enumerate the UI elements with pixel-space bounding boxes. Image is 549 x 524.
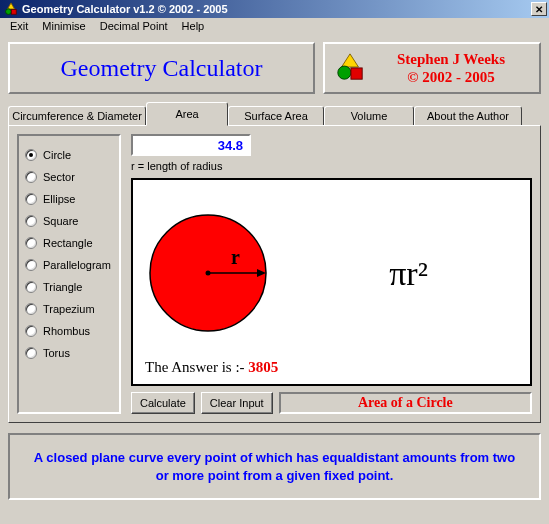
svg-marker-0 (8, 3, 15, 9)
shape-option-triangle[interactable]: Triangle (25, 276, 113, 298)
answer-row: The Answer is :- 3805 (145, 359, 518, 376)
shape-option-label: Sector (43, 171, 75, 183)
author-text: Stephen J Weeks © 2002 - 2005 (373, 50, 529, 86)
radio-icon (25, 171, 37, 183)
definition-box: A closed plane curve every point of whic… (8, 433, 541, 500)
app-title-box: Geometry Calculator (8, 42, 315, 94)
radio-icon (25, 347, 37, 359)
shape-option-label: Ellipse (43, 193, 75, 205)
close-button[interactable]: ✕ (531, 2, 547, 16)
shape-option-rectangle[interactable]: Rectangle (25, 232, 113, 254)
svg-rect-5 (351, 68, 362, 79)
shape-option-label: Square (43, 215, 78, 227)
shape-option-label: Circle (43, 149, 71, 161)
tab-circumference-diameter[interactable]: Circumference & Diameter (8, 106, 146, 125)
calculate-button[interactable]: Calculate (131, 392, 195, 414)
radius-input[interactable] (131, 134, 251, 156)
shape-option-label: Parallelogram (43, 259, 111, 271)
shape-option-label: Rhombus (43, 325, 90, 337)
shape-option-parallelogram[interactable]: Parallelogram (25, 254, 113, 276)
radio-icon (25, 237, 37, 249)
author-name: Stephen J Weeks (373, 50, 529, 68)
radio-icon (25, 325, 37, 337)
menu-help[interactable]: Help (176, 18, 211, 36)
radio-icon (25, 259, 37, 271)
tab-surface-area[interactable]: Surface Area (228, 106, 324, 125)
shape-option-label: Triangle (43, 281, 82, 293)
shape-option-trapezium[interactable]: Trapezium (25, 298, 113, 320)
svg-point-4 (338, 66, 351, 79)
app-title: Geometry Calculator (61, 55, 263, 82)
menu-minimise[interactable]: Minimise (36, 18, 91, 36)
author-copyright: © 2002 - 2005 (373, 68, 529, 86)
svg-rect-2 (11, 9, 16, 14)
shape-option-label: Rectangle (43, 237, 93, 249)
shape-option-torus[interactable]: Torus (25, 342, 113, 364)
tab-panel-area: CircleSectorEllipseSquareRectangleParall… (8, 125, 541, 423)
tab-about-author[interactable]: About the Author (414, 106, 522, 125)
window-title: Geometry Calculator v1.2 © 2002 - 2005 (22, 3, 531, 15)
formula-text: πr² (299, 255, 518, 293)
shape-title-box: Area of a Circle (279, 392, 532, 414)
app-icon (4, 2, 18, 16)
titlebar: Geometry Calculator v1.2 © 2002 - 2005 ✕ (0, 0, 549, 18)
tab-area[interactable]: Area (146, 102, 228, 126)
shapes-icon (335, 52, 365, 84)
circle-diagram-icon: r (145, 210, 271, 338)
menu-decimal-point[interactable]: Decimal Point (94, 18, 174, 36)
radius-input-label: r = length of radius (131, 160, 251, 172)
svg-text:r: r (231, 246, 240, 268)
clear-input-button[interactable]: Clear Input (201, 392, 273, 414)
radio-icon (25, 193, 37, 205)
definition-text: A closed plane curve every point of whic… (34, 450, 515, 483)
shape-option-sector[interactable]: Sector (25, 166, 113, 188)
diagram-box: r πr² The Answer is :- 3805 (131, 178, 532, 386)
radio-icon (25, 303, 37, 315)
shape-selector: CircleSectorEllipseSquareRectangleParall… (17, 134, 121, 414)
radio-icon (25, 215, 37, 227)
radio-icon (25, 281, 37, 293)
shape-option-circle[interactable]: Circle (25, 144, 113, 166)
author-box: Stephen J Weeks © 2002 - 2005 (323, 42, 541, 94)
shape-option-rhombus[interactable]: Rhombus (25, 320, 113, 342)
svg-point-1 (6, 9, 12, 15)
menubar: Exit Minimise Decimal Point Help (0, 18, 549, 36)
shape-option-label: Torus (43, 347, 70, 359)
svg-marker-3 (342, 54, 359, 67)
shape-option-label: Trapezium (43, 303, 95, 315)
answer-prefix: The Answer is :- (145, 359, 248, 375)
radio-icon (25, 149, 37, 161)
tabstrip: Circumference & Diameter Area Surface Ar… (8, 102, 541, 125)
tab-volume[interactable]: Volume (324, 106, 414, 125)
answer-value: 3805 (248, 359, 278, 375)
shape-option-ellipse[interactable]: Ellipse (25, 188, 113, 210)
shape-option-square[interactable]: Square (25, 210, 113, 232)
shape-title: Area of a Circle (358, 395, 453, 411)
menu-exit[interactable]: Exit (4, 18, 34, 36)
